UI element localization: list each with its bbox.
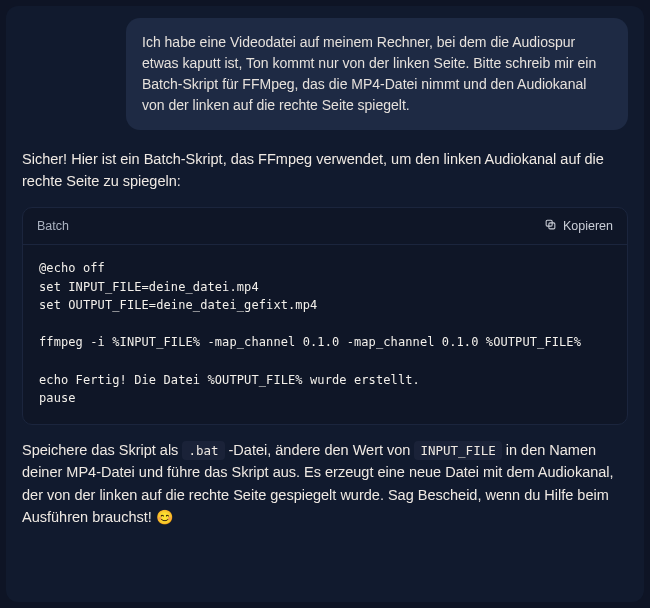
smile-emoji: 😊 (156, 509, 173, 525)
outro-part-2: -Datei, ändere den Wert von (225, 442, 415, 458)
user-message-row: Ich habe eine Videodatei auf meinem Rech… (22, 18, 628, 130)
inline-code-bat: .bat (182, 441, 224, 460)
copy-button[interactable]: Kopieren (544, 218, 613, 234)
assistant-intro: Sicher! Hier ist ein Batch-Skript, das F… (22, 148, 628, 193)
chat-scroll: Ich habe eine Videodatei auf meinem Rech… (6, 6, 644, 545)
code-header: Batch Kopieren (23, 208, 627, 245)
chat-panel: Ich habe eine Videodatei auf meinem Rech… (6, 6, 644, 602)
code-block: Batch Kopieren @echo off set INPUT_FILE=… (22, 207, 628, 425)
assistant-outro: Speichere das Skript als .bat -Datei, än… (22, 439, 628, 529)
outro-part-1: Speichere das Skript als (22, 442, 182, 458)
code-language-label: Batch (37, 219, 69, 233)
user-message-text: Ich habe eine Videodatei auf meinem Rech… (142, 34, 596, 113)
user-message-bubble: Ich habe eine Videodatei auf meinem Rech… (126, 18, 628, 130)
copy-icon (544, 218, 557, 234)
inline-code-inputfile: INPUT_FILE (414, 441, 501, 460)
copy-button-label: Kopieren (563, 219, 613, 233)
code-body[interactable]: @echo off set INPUT_FILE=deine_datei.mp4… (23, 245, 627, 424)
